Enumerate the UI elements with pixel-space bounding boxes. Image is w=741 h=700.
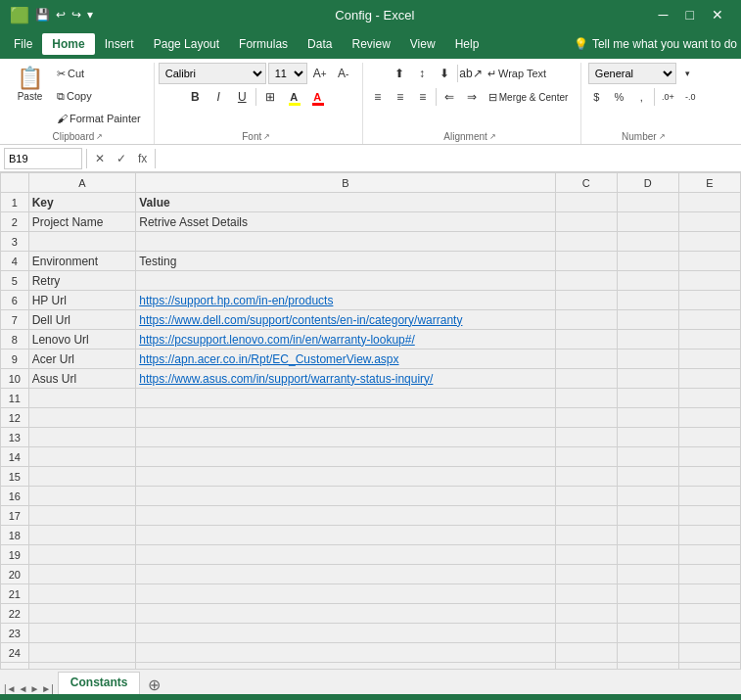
cell-col-a[interactable] <box>28 467 136 487</box>
cell-empty[interactable] <box>678 487 740 506</box>
cell-empty[interactable] <box>555 330 617 350</box>
cell-col-b[interactable] <box>136 271 555 291</box>
cell-empty[interactable] <box>678 526 740 545</box>
cell-col-a[interactable] <box>28 506 136 526</box>
increase-font-btn[interactable]: A+ <box>309 63 331 84</box>
cell-empty[interactable] <box>555 193 617 212</box>
cell-empty[interactable] <box>617 350 678 369</box>
format-painter-button[interactable]: 🖌 Format Painter <box>52 108 146 129</box>
cell-reference-input[interactable] <box>4 148 82 169</box>
cell-empty[interactable] <box>555 252 617 271</box>
cell-empty[interactable] <box>555 506 617 526</box>
align-right-btn[interactable]: ≡ <box>412 86 434 108</box>
redo-btn[interactable]: ↪ <box>69 6 83 23</box>
clipboard-expand-icon[interactable]: ↗ <box>96 132 103 141</box>
cell-empty[interactable] <box>555 545 617 565</box>
cell-empty[interactable] <box>617 545 678 565</box>
cell-empty[interactable] <box>555 526 617 545</box>
font-family-select[interactable]: Calibri <box>159 63 266 84</box>
cell-col-a[interactable]: Key <box>28 193 136 212</box>
menu-file[interactable]: File <box>4 33 42 55</box>
cell-empty[interactable] <box>555 467 617 487</box>
cell-col-b[interactable]: https://pcsupport.lenovo.com/in/en/warra… <box>136 330 555 350</box>
number-format-expand-btn[interactable]: ▾ <box>677 63 699 84</box>
cell-empty[interactable] <box>555 604 617 624</box>
cell-col-b[interactable] <box>136 389 555 408</box>
maximize-btn[interactable]: □ <box>678 5 702 24</box>
cell-col-a[interactable] <box>28 663 136 670</box>
cell-col-a[interactable] <box>28 408 136 428</box>
customize-quick-access-btn[interactable]: ▾ <box>85 6 95 23</box>
cell-empty[interactable] <box>678 467 740 487</box>
cell-col-a[interactable]: Retry <box>28 271 136 291</box>
cell-empty[interactable] <box>617 624 678 643</box>
cell-col-b[interactable] <box>136 584 555 604</box>
cell-empty[interactable] <box>678 252 740 271</box>
font-size-select[interactable]: 11 <box>268 63 307 84</box>
alignment-expand-icon[interactable]: ↗ <box>489 132 496 141</box>
menu-insert[interactable]: Insert <box>95 33 144 55</box>
cell-empty[interactable] <box>555 389 617 408</box>
cell-empty[interactable] <box>555 291 617 310</box>
cell-empty[interactable] <box>678 408 740 428</box>
cell-empty[interactable] <box>678 330 740 350</box>
align-top-btn[interactable]: ⬆ <box>389 63 410 84</box>
cell-col-b[interactable] <box>136 663 555 670</box>
cell-col-b[interactable] <box>136 408 555 428</box>
percent-btn[interactable]: % <box>608 86 629 108</box>
cell-empty[interactable] <box>617 330 678 350</box>
cell-col-a[interactable]: Project Name <box>28 212 136 232</box>
menu-review[interactable]: Review <box>342 33 399 55</box>
tab-prev-btn[interactable]: ◄ <box>19 683 28 694</box>
cell-empty[interactable] <box>617 526 678 545</box>
col-header-D[interactable]: D <box>617 173 678 193</box>
cell-empty[interactable] <box>555 428 617 447</box>
cell-empty[interactable] <box>678 565 740 584</box>
col-header-A[interactable]: A <box>28 173 136 193</box>
cell-empty[interactable] <box>678 506 740 526</box>
cell-col-a[interactable] <box>28 604 136 624</box>
menu-data[interactable]: Data <box>298 33 342 55</box>
cell-empty[interactable] <box>617 193 678 212</box>
menu-page-layout[interactable]: Page Layout <box>144 33 229 55</box>
number-expand-icon[interactable]: ↗ <box>659 132 666 141</box>
cell-col-b[interactable] <box>136 447 555 467</box>
insert-function-btn[interactable]: fx <box>134 150 151 167</box>
cell-col-b[interactable] <box>136 604 555 624</box>
cell-col-a[interactable]: Dell Url <box>28 310 136 330</box>
cell-col-a[interactable] <box>28 624 136 643</box>
cell-col-b[interactable]: https://apn.acer.co.in/Rpt/EC_CustomerVi… <box>136 350 555 369</box>
merge-center-button[interactable]: ⊟ Merge & Center <box>484 86 574 108</box>
font-color-button[interactable]: A <box>306 86 328 108</box>
cell-col-b[interactable] <box>136 526 555 545</box>
cell-empty[interactable] <box>678 350 740 369</box>
col-header-C[interactable]: C <box>555 173 617 193</box>
tab-first-btn[interactable]: |◄ <box>4 683 17 694</box>
cell-col-b[interactable]: https://support.hp.com/in-en/products <box>136 291 555 310</box>
cell-col-a[interactable]: HP Url <box>28 291 136 310</box>
cell-empty[interactable] <box>555 271 617 291</box>
menu-view[interactable]: View <box>400 33 445 55</box>
cell-empty[interactable] <box>617 506 678 526</box>
cell-empty[interactable] <box>678 447 740 467</box>
cancel-formula-btn[interactable]: ✕ <box>91 150 109 167</box>
cell-col-a[interactable] <box>28 584 136 604</box>
menu-help[interactable]: Help <box>445 33 489 55</box>
add-sheet-button[interactable]: ⊕ <box>142 676 166 694</box>
cell-empty[interactable] <box>678 212 740 232</box>
col-header-E[interactable]: E <box>678 173 740 193</box>
cell-empty[interactable] <box>678 643 740 663</box>
cell-col-b[interactable]: https://www.asus.com/in/support/warranty… <box>136 369 555 389</box>
cell-col-a[interactable] <box>28 447 136 467</box>
cell-empty[interactable] <box>617 389 678 408</box>
align-center-btn[interactable]: ≡ <box>390 86 411 108</box>
cell-empty[interactable] <box>617 369 678 389</box>
cell-col-b[interactable] <box>136 643 555 663</box>
cell-empty[interactable] <box>678 389 740 408</box>
sheet-container[interactable]: A B C D E 1KeyValue2Project NameRetrive … <box>0 172 741 669</box>
cell-empty[interactable] <box>617 643 678 663</box>
cell-col-a[interactable]: Environment <box>28 252 136 271</box>
cell-empty[interactable] <box>555 663 617 670</box>
cell-empty[interactable] <box>678 271 740 291</box>
cell-empty[interactable] <box>555 584 617 604</box>
